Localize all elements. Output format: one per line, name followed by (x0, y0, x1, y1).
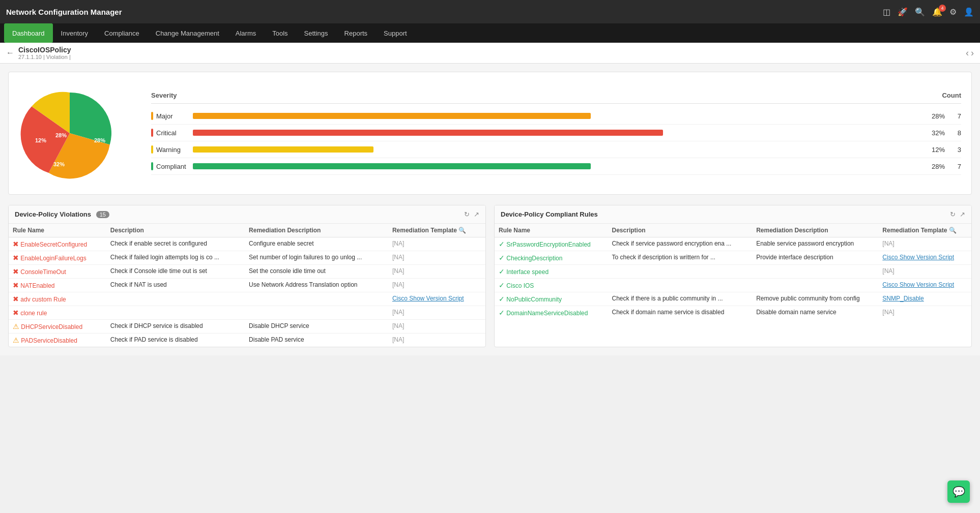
nav-tools[interactable]: Tools (264, 23, 296, 43)
rule-link[interactable]: Cisco IOS (506, 282, 534, 289)
violations-header: Device-Policy Violations 15 ↻ ↗ (9, 205, 485, 224)
compliant-title: Device-Policy Compliant Rules (501, 210, 598, 218)
tables-section: Device-Policy Violations 15 ↻ ↗ Rule Nam… (8, 205, 972, 347)
sev-dot-major (151, 112, 153, 120)
sev-bar-fill-compliant (193, 163, 591, 169)
template-cell: SNMP_Disable (878, 292, 971, 306)
nav-compliance[interactable]: Compliance (96, 23, 148, 43)
refresh-icon[interactable]: ↻ (464, 210, 470, 218)
error-icon: ✖ (13, 254, 19, 262)
desc-cell: Check if NAT is used (106, 279, 245, 292)
rule-cell: ✓ CheckingDescription (495, 251, 608, 265)
breadcrumb-back-button[interactable]: ← (6, 48, 14, 57)
rule-link[interactable]: NATEnabled (20, 282, 54, 289)
expand-icon[interactable]: ↗ (474, 210, 479, 218)
rem-desc-cell: Use Network Address Translation option (245, 279, 388, 292)
template-link[interactable]: Cisco Show Version Script (882, 254, 954, 261)
sev-count-warning: 3 (951, 146, 961, 154)
nav-dashboard[interactable]: Dashboard (4, 23, 53, 43)
col-remediation-template-c: Remediation Template 🔍 (878, 224, 971, 237)
template-cell: Cisco Show Version Script (388, 292, 485, 306)
sev-pct-major: 28% (922, 112, 945, 120)
nav-change-management[interactable]: Change Management (148, 23, 227, 43)
pie-label-warning: 12% (35, 137, 46, 143)
template-cell: [NA] (878, 306, 971, 320)
nav-reports[interactable]: Reports (336, 23, 376, 43)
severity-col-header: Severity (151, 92, 177, 99)
rule-link[interactable]: DHCPServiceDisabled (21, 323, 82, 330)
rule-link[interactable]: clone rule (20, 310, 47, 317)
expand-icon-c[interactable]: ↗ (960, 210, 965, 218)
sev-bar-warning (193, 146, 916, 153)
pie-label-major: 28% (94, 137, 105, 143)
search-icon-v[interactable]: 🔍 (458, 227, 466, 234)
search-icon[interactable]: 🔍 (915, 7, 925, 17)
rule-link[interactable]: adv custom Rule (20, 296, 66, 303)
rem-desc-cell (245, 306, 388, 320)
gear-icon[interactable]: ⚙ (949, 7, 957, 17)
rem-desc-cell (752, 265, 878, 279)
count-col-header: Count (942, 92, 961, 99)
ok-icon: ✓ (499, 309, 505, 317)
desc-cell (608, 265, 753, 279)
nav-settings[interactable]: Settings (296, 23, 336, 43)
monitor-icon[interactable]: ◫ (883, 7, 890, 17)
rule-cell: ✓ Interface speed (495, 265, 608, 279)
template-link[interactable]: Cisco Show Version Script (392, 295, 464, 302)
table-row: ✖ EnableLoginFailureLogs Check if failed… (9, 251, 485, 265)
rule-cell: ✓ SrPasswordEncryptionEnabled (495, 237, 608, 251)
desc-cell: Check if PAD service is disabled (106, 334, 245, 347)
template-link[interactable]: Cisco Show Version Script (882, 281, 954, 288)
rem-desc-cell: Configure enable secret (245, 237, 388, 251)
rule-cell: ✓ DomainNameServiceDisabled (495, 306, 608, 320)
error-icon: ✖ (13, 240, 19, 248)
nav-alarms[interactable]: Alarms (227, 23, 264, 43)
table-row: ✓ Interface speed [NA] (495, 265, 971, 279)
rule-cell: ✖ ConsoleTimeOut (9, 265, 106, 279)
rem-desc-cell: Enable service password encryption (752, 237, 878, 251)
rocket-icon[interactable]: 🚀 (898, 7, 908, 17)
breadcrumb-bar: ← CiscoIOSPolicy 27.1.1.10 | Violation |… (0, 43, 980, 64)
sev-pct-critical: 32% (922, 129, 945, 137)
rule-link[interactable]: NoPublicCommunity (506, 296, 562, 303)
sev-name-critical: Critical (151, 129, 187, 137)
pie-chart: 28% 28% 32% 12% (19, 82, 121, 184)
col-description-c: Description (608, 224, 753, 237)
user-icon[interactable]: 👤 (964, 7, 974, 17)
refresh-icon-c[interactable]: ↻ (950, 210, 956, 218)
rule-link[interactable]: CheckingDescription (506, 255, 562, 262)
violations-table: Rule Name Description Remediation Descri… (9, 224, 485, 347)
sev-bar-major (193, 113, 916, 119)
violations-count-badge: 15 (96, 211, 109, 218)
table-row: ✖ adv custom Rule Cisco Show Version Scr… (9, 292, 485, 306)
rem-desc-cell: Set the console idle time out (245, 265, 388, 279)
sev-name-compliant: Compliant (151, 162, 187, 170)
rule-link[interactable]: ConsoleTimeOut (20, 268, 66, 276)
nav-support[interactable]: Support (376, 23, 415, 43)
template-link[interactable]: SNMP_Disable (882, 295, 924, 302)
error-icon: ✖ (13, 295, 19, 303)
rule-cell: ✓ NoPublicCommunity (495, 292, 608, 306)
col-remediation-desc-v: Remediation Description (245, 224, 388, 237)
bell-icon[interactable]: 🔔 4 (932, 7, 942, 17)
rule-cell: ⚠ PADServiceDisabled (9, 334, 106, 347)
nav-inventory[interactable]: Inventory (53, 23, 96, 43)
severity-row-critical: Critical 32% 8 (151, 125, 961, 141)
next-button[interactable]: › (971, 48, 974, 58)
chart-section: 28% 28% 32% 12% Severity Count Major (8, 72, 972, 195)
rule-link[interactable]: EnableLoginFailureLogs (20, 255, 86, 262)
rule-link[interactable]: DomainNameServiceDisabled (506, 310, 588, 317)
rem-desc-cell (245, 292, 388, 306)
desc-cell: Check if failed login attempts log is co… (106, 251, 245, 265)
prev-button[interactable]: ‹ (966, 48, 969, 58)
rule-link[interactable]: EnableSecretConfigured (20, 241, 87, 248)
compliant-actions: ↻ ↗ (950, 210, 965, 218)
severity-row-major: Major 28% 7 (151, 108, 961, 125)
desc-cell (608, 279, 753, 292)
search-icon-c[interactable]: 🔍 (949, 227, 957, 234)
rule-link[interactable]: SrPasswordEncryptionEnabled (506, 241, 590, 248)
severity-row-compliant: Compliant 28% 7 (151, 158, 961, 175)
nav-bar: Dashboard Inventory Compliance Change Ma… (0, 23, 980, 43)
rule-link[interactable]: PADServiceDisabled (21, 337, 77, 344)
rule-link[interactable]: Interface speed (506, 268, 549, 276)
